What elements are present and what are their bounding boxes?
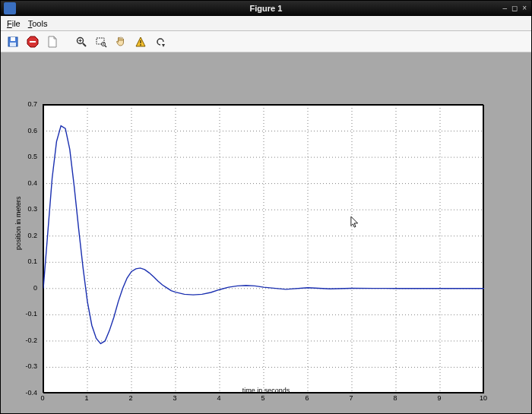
svg-point-14	[140, 44, 141, 46]
y-tick: 0.4	[27, 179, 37, 187]
y-tick: 0.5	[27, 153, 37, 160]
svg-rect-4	[30, 41, 36, 43]
svg-marker-15	[162, 44, 165, 47]
menu-file[interactable]: File	[7, 19, 21, 28]
close-button[interactable]: ×	[522, 4, 527, 12]
y-tick: 0	[33, 284, 37, 292]
zoom-rect-icon	[95, 36, 107, 48]
save-button[interactable]	[5, 34, 21, 49]
x-tick: 6	[305, 394, 309, 402]
y-tick: 0.1	[27, 258, 37, 265]
x-tick: 9	[437, 394, 441, 402]
window-title: Figure 1	[1, 4, 531, 13]
zoom-icon	[75, 36, 87, 48]
y-tick: -0.4	[25, 389, 37, 397]
stop-button[interactable]	[25, 34, 40, 49]
window-icon	[4, 2, 16, 14]
y-tick: 0.6	[27, 127, 37, 134]
data-cursor-button[interactable]	[133, 34, 148, 49]
plot-svg	[43, 105, 484, 393]
window-controls: – ◻ ×	[503, 4, 531, 12]
page-icon	[46, 36, 59, 48]
x-tick: 7	[349, 394, 353, 402]
y-tick: 0.7	[27, 100, 37, 108]
y-tick: -0.2	[25, 337, 37, 344]
figure-canvas[interactable]: 012345678910 -0.4-0.3-0.2-0.100.10.20.30…	[1, 52, 531, 413]
undo-icon	[154, 36, 166, 48]
save-icon	[7, 36, 19, 48]
pan-button[interactable]	[113, 34, 128, 49]
x-tick: 0	[40, 394, 44, 402]
x-tick: 1	[84, 394, 88, 402]
datacursor-icon	[135, 36, 147, 48]
minimize-button[interactable]: –	[503, 4, 508, 12]
x-tick: 4	[217, 394, 220, 402]
svg-rect-1	[11, 37, 15, 41]
newpage-button[interactable]	[45, 34, 60, 49]
svg-line-11	[105, 46, 106, 47]
x-tick: 2	[128, 394, 132, 402]
undo-button[interactable]	[153, 34, 168, 49]
y-tick: -0.3	[25, 362, 37, 370]
y-axis-label: position in meters	[14, 196, 22, 250]
y-tick: 0.3	[27, 205, 37, 213]
titlebar[interactable]: Figure 1 – ◻ ×	[1, 1, 531, 16]
stop-icon	[27, 36, 39, 48]
toolbar	[1, 31, 531, 52]
axes[interactable]	[43, 104, 483, 393]
maximize-button[interactable]: ◻	[511, 4, 518, 12]
x-tick: 10	[480, 394, 487, 402]
menubar: File Tools	[1, 16, 531, 31]
x-tick: 3	[173, 394, 176, 402]
zoom-rect-button[interactable]	[93, 34, 109, 49]
figure-window: Figure 1 – ◻ × File Tools	[0, 0, 532, 414]
x-tick: 8	[393, 394, 397, 402]
pan-icon	[115, 36, 127, 48]
x-axis-label: time in seconds	[242, 387, 290, 394]
svg-rect-2	[10, 43, 16, 46]
menu-tools[interactable]: Tools	[28, 19, 48, 28]
svg-rect-9	[97, 38, 104, 44]
svg-line-6	[83, 43, 86, 46]
y-tick: 0.2	[27, 232, 37, 239]
svg-rect-16	[44, 106, 484, 393]
y-tick: -0.1	[25, 310, 37, 318]
zoom-button[interactable]	[74, 34, 89, 49]
x-tick: 5	[261, 394, 264, 402]
